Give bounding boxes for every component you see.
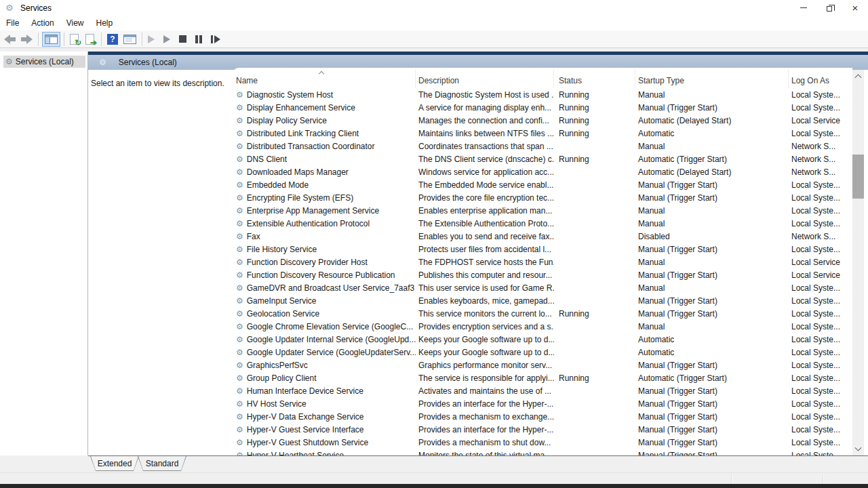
cell-log_on_as: Local Syste... bbox=[789, 436, 852, 449]
toolbar-separator bbox=[101, 33, 102, 46]
table-row[interactable]: Embedded ModeThe Embedded Mode service e… bbox=[233, 178, 852, 191]
tab-standard[interactable]: Standard bbox=[138, 456, 186, 471]
cell-description: Provides a mechanism to shut dow... bbox=[416, 436, 554, 449]
cell-description: Maintains links between NTFS files ... bbox=[416, 127, 554, 140]
cell-description: Activates and maintains the use of ... bbox=[416, 384, 554, 397]
export-list-icon: ➔ bbox=[85, 34, 94, 45]
table-row[interactable]: Downloaded Maps ManagerWindows service f… bbox=[233, 165, 852, 178]
table-row[interactable]: GameInput ServiceEnables keyboards, mice… bbox=[233, 294, 852, 307]
cell-startup_type: Manual bbox=[635, 320, 789, 333]
close-button[interactable]: × bbox=[842, 0, 868, 16]
status-bar bbox=[0, 472, 868, 484]
table-row[interactable]: Diagnostic System HostThe Diagnostic Sys… bbox=[233, 88, 852, 101]
cell-log_on_as: Network S... bbox=[789, 230, 852, 243]
pause-service-button[interactable] bbox=[193, 32, 204, 47]
menu-action[interactable]: Action bbox=[25, 16, 60, 30]
menu-file[interactable]: File bbox=[0, 16, 25, 30]
export-list-button[interactable]: ➔ bbox=[83, 32, 98, 47]
table-row[interactable]: Google Chrome Elevation Service (GoogleC… bbox=[233, 320, 852, 333]
table-row[interactable]: Distributed Transaction CoordinatorCoord… bbox=[233, 140, 852, 152]
refresh-button[interactable]: ↻ bbox=[68, 32, 82, 47]
cell-startup_type: Manual (Trigger Start) bbox=[635, 410, 789, 423]
service-gear-icon bbox=[236, 386, 243, 396]
sort-ascending-icon bbox=[319, 71, 324, 77]
table-row[interactable]: Group Policy ClientThe service is respon… bbox=[233, 371, 852, 384]
start-service-button[interactable] bbox=[146, 32, 157, 47]
table-row[interactable]: Hyper-V Data Exchange ServiceProvides a … bbox=[233, 410, 852, 423]
cell-startup_type: Automatic (Delayed Start) bbox=[635, 114, 789, 127]
table-row[interactable]: Google Updater Internal Service (GoogleU… bbox=[233, 333, 852, 346]
table-row[interactable]: Function Discovery Resource PublicationP… bbox=[233, 268, 852, 281]
service-gear-icon bbox=[236, 322, 243, 331]
cell-description: The Diagnostic System Host is used ... bbox=[416, 88, 554, 101]
cell-status bbox=[554, 359, 635, 371]
cell-log_on_as: Network S... bbox=[789, 152, 852, 165]
cell-name: GraphicsPerfSvc bbox=[233, 359, 416, 371]
column-header-log-on-as[interactable]: Log On As bbox=[789, 70, 852, 88]
service-gear-icon bbox=[236, 399, 243, 409]
table-row[interactable]: HV Host ServiceProvides an interface for… bbox=[233, 397, 852, 410]
resume-service-button[interactable] bbox=[161, 32, 172, 47]
table-row[interactable]: Distributed Link Tracking ClientMaintain… bbox=[233, 127, 852, 140]
scroll-down-button[interactable] bbox=[852, 444, 864, 455]
table-row[interactable]: Hyper-V Guest Service InterfaceProvides … bbox=[233, 423, 852, 436]
menu-help[interactable]: Help bbox=[90, 16, 119, 30]
scroll-up-button[interactable] bbox=[852, 70, 864, 81]
table-row[interactable]: Geolocation ServiceThis service monitors… bbox=[233, 307, 852, 320]
sidebar-item-services-local[interactable]: Services (Local) bbox=[3, 56, 85, 68]
cell-status bbox=[554, 256, 635, 268]
cell-name: Hyper-V Heartbeat Service bbox=[233, 449, 416, 455]
column-header-startup-type[interactable]: Startup Type bbox=[635, 70, 789, 88]
table-row[interactable]: GraphicsPerfSvcGraphics performance moni… bbox=[233, 359, 852, 371]
cell-status bbox=[554, 281, 635, 294]
table-row[interactable]: Google Updater Service (GoogleUpdaterSer… bbox=[233, 346, 852, 359]
cell-name: GameInput Service bbox=[233, 294, 416, 307]
help-button[interactable]: ? bbox=[105, 32, 120, 47]
tab-extended[interactable]: Extended bbox=[90, 456, 139, 471]
cell-description: Publishes this computer and resour... bbox=[416, 268, 554, 281]
service-gear-icon bbox=[236, 361, 243, 370]
cell-status bbox=[554, 410, 635, 423]
table-row[interactable]: Function Discovery Provider HostThe FDPH… bbox=[233, 256, 852, 268]
table-row[interactable]: Enterprise App Management ServiceEnables… bbox=[233, 204, 852, 217]
stop-service-button[interactable] bbox=[177, 32, 189, 47]
restart-service-button[interactable] bbox=[209, 32, 222, 47]
column-header-status[interactable]: Status bbox=[554, 70, 635, 88]
table-row[interactable]: DNS ClientThe DNS Client service (dnscac… bbox=[233, 152, 852, 165]
minimize-button[interactable] bbox=[791, 0, 816, 16]
vertical-scrollbar[interactable] bbox=[852, 70, 864, 455]
view-tab-strip: Extended Standard bbox=[88, 455, 868, 472]
cell-name: File History Service bbox=[233, 243, 416, 256]
show-console-tree-button[interactable] bbox=[42, 32, 60, 47]
status-bar-divider bbox=[823, 474, 823, 483]
cell-name: Group Policy Client bbox=[233, 371, 416, 384]
table-row[interactable]: FaxEnables you to send and receive fax..… bbox=[233, 230, 852, 243]
column-header-name[interactable]: Name bbox=[233, 70, 416, 88]
cell-description: Provides a mechanism to exchange... bbox=[416, 410, 554, 423]
cell-status: Running bbox=[554, 127, 635, 140]
table-row[interactable]: Hyper-V Guest Shutdown ServiceProvides a… bbox=[233, 436, 852, 449]
table-row[interactable]: File History ServiceProtects user files … bbox=[233, 243, 852, 256]
cell-log_on_as: Local Syste... bbox=[789, 333, 852, 346]
back-button[interactable] bbox=[2, 32, 18, 47]
table-row[interactable]: Display Enhancement ServiceA service for… bbox=[233, 101, 852, 114]
table-row[interactable]: Hyper-V Heartbeat ServiceMonitors the st… bbox=[233, 449, 852, 455]
cell-name: Function Discovery Provider Host bbox=[233, 256, 416, 268]
cell-status bbox=[554, 436, 635, 449]
cell-status bbox=[554, 165, 635, 178]
cell-startup_type: Automatic bbox=[635, 346, 789, 359]
table-row[interactable]: GameDVR and Broadcast User Service_7aaf3… bbox=[233, 281, 852, 294]
forward-button[interactable] bbox=[19, 32, 35, 47]
restore-button[interactable] bbox=[816, 0, 842, 16]
cell-name: Geolocation Service bbox=[233, 307, 416, 320]
column-header-description[interactable]: Description bbox=[416, 70, 554, 88]
menu-view[interactable]: View bbox=[60, 16, 90, 30]
scrollbar-thumb[interactable] bbox=[852, 155, 864, 199]
table-row[interactable]: Encrypting File System (EFS)Provides the… bbox=[233, 191, 852, 204]
table-row[interactable]: Extensible Authentication ProtocolThe Ex… bbox=[233, 217, 852, 230]
show-action-pane-button[interactable] bbox=[121, 32, 138, 47]
table-row[interactable]: Display Policy ServiceManages the connec… bbox=[233, 114, 852, 127]
cell-log_on_as: Local Syste... bbox=[789, 449, 852, 455]
cell-status bbox=[554, 423, 635, 436]
table-row[interactable]: Human Interface Device ServiceActivates … bbox=[233, 384, 852, 397]
